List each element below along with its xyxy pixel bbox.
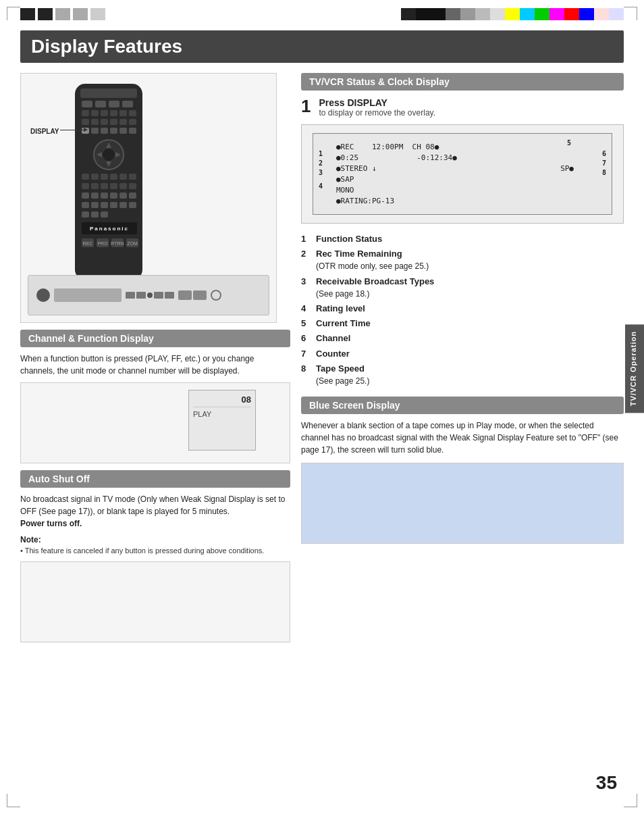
- feature-item-3: 3 Receivable Broadcast Types (See page 1…: [301, 276, 624, 300]
- svg-rect-30: [82, 174, 89, 180]
- feature-item-7: 7 Counter: [301, 348, 624, 360]
- status-line-4-text: ●RATING:PG-13: [336, 197, 394, 205]
- svg-rect-19: [91, 128, 99, 134]
- svg-rect-23: [129, 128, 136, 134]
- svg-rect-14: [101, 119, 108, 125]
- svg-rect-8: [101, 110, 108, 116]
- channel-number: 08: [193, 395, 251, 407]
- callout-7: 7: [602, 159, 606, 167]
- channel-section-text: When a function button is pressed (PLAY,…: [20, 353, 290, 377]
- svg-rect-20: [101, 128, 108, 134]
- svg-rect-5: [122, 101, 133, 107]
- svg-rect-38: [101, 183, 108, 189]
- status-display-container: 5 6 7 8 1 2 3 4 ●REC 12:00PM CH 08● ●0:2…: [301, 124, 624, 224]
- feature-item-8: 8 Tape Speed (See page 25.): [301, 363, 624, 387]
- svg-rect-7: [91, 110, 99, 116]
- svg-rect-55: [91, 211, 99, 218]
- svg-rect-37: [91, 183, 99, 189]
- status-line-3b: ●SAP: [336, 175, 589, 184]
- feature-2-num: 2: [301, 248, 316, 272]
- svg-rect-41: [129, 183, 136, 189]
- page-title: Display Features: [20, 30, 624, 63]
- svg-rect-6: [82, 110, 89, 116]
- channel-display-box: 08 PLAY: [20, 382, 290, 463]
- callout-4: 4: [319, 182, 323, 190]
- vcr-slot: [54, 288, 122, 302]
- svg-rect-4: [109, 101, 119, 107]
- svg-rect-2: [82, 101, 92, 107]
- vcr-panel: [28, 275, 269, 315]
- feature-8-label: Tape Speed: [316, 363, 365, 374]
- left-column: Panasonic REC PRO RTRN ZOM DISPLAY: [20, 73, 290, 642]
- svg-rect-51: [110, 202, 117, 208]
- feature-8-num: 8: [301, 363, 316, 387]
- svg-rect-12: [82, 119, 89, 125]
- corner-mark-br: [624, 794, 637, 807]
- svg-rect-13: [91, 119, 99, 125]
- blue-screen-header: Blue Screen Display: [301, 397, 624, 414]
- svg-text:PRO: PRO: [97, 241, 108, 246]
- svg-rect-46: [119, 193, 127, 199]
- svg-rect-42: [82, 193, 89, 199]
- status-line-1: ●REC 12:00PM CH 08●: [336, 143, 589, 151]
- svg-point-25: [103, 149, 115, 161]
- feature-8-content: Tape Speed (See page 25.): [316, 363, 369, 387]
- feature-7-num: 7: [301, 348, 316, 360]
- callout-3: 3: [319, 169, 323, 176]
- feature-4-num: 4: [301, 303, 316, 315]
- feature-5-num: 5: [301, 317, 316, 330]
- channel-play-text: PLAY: [193, 410, 251, 418]
- svg-rect-1: [80, 88, 137, 98]
- channel-section-header: Channel & Function Display: [20, 330, 290, 347]
- status-display-inner: 5 6 7 8 1 2 3 4 ●REC 12:00PM CH 08● ●0:2…: [313, 133, 612, 215]
- device-image: Panasonic REC PRO RTRN ZOM DISPLAY: [20, 73, 277, 323]
- feature-6-label: Channel: [316, 332, 350, 345]
- feature-4-label: Rating level: [316, 303, 365, 315]
- corner-mark-tr: [624, 7, 637, 20]
- step-1-subtitle: to display or remove the overlay.: [319, 108, 435, 118]
- svg-rect-40: [119, 183, 127, 189]
- side-tab: TV/VCR Operation: [625, 324, 644, 413]
- svg-rect-3: [95, 101, 106, 107]
- status-line-3: ●STEREO ↓ SP●: [336, 164, 589, 173]
- content-area: Panasonic REC PRO RTRN ZOM DISPLAY: [20, 73, 624, 642]
- note-label: Note:: [20, 535, 290, 544]
- svg-rect-36: [82, 183, 89, 189]
- callout-2: 2: [319, 159, 323, 167]
- svg-rect-45: [110, 193, 117, 199]
- color-bar: [401, 8, 624, 20]
- svg-rect-52: [119, 202, 127, 208]
- svg-rect-39: [110, 183, 117, 189]
- svg-rect-34: [119, 174, 127, 180]
- feature-item-4: 4 Rating level: [301, 303, 624, 315]
- black-squares: [20, 8, 105, 20]
- feature-2-label: Rec Time Remaining: [316, 249, 402, 259]
- callout-6: 6: [602, 150, 606, 157]
- corner-mark-tl: [7, 7, 20, 20]
- svg-text:ZOM: ZOM: [127, 241, 138, 246]
- feature-item-2: 2 Rec Time Remaining (OTR mode only, see…: [301, 248, 624, 272]
- svg-rect-43: [91, 193, 99, 199]
- feature-5-label: Current Time: [316, 317, 371, 330]
- svg-rect-22: [119, 128, 127, 134]
- feature-list: 1 Function Status 2 Rec Time Remaining (…: [301, 233, 624, 387]
- auto-shutoff-header: Auto Shut Off: [20, 470, 290, 488]
- svg-rect-9: [110, 110, 117, 116]
- auto-shutoff-image-box: [20, 561, 290, 642]
- callout-1: 1: [319, 150, 323, 157]
- svg-rect-21: [110, 128, 117, 134]
- svg-rect-49: [91, 202, 99, 208]
- svg-rect-11: [129, 110, 136, 116]
- svg-rect-10: [119, 110, 127, 116]
- status-line-1-text: ●REC 12:00PM CH 08●: [336, 143, 439, 151]
- feature-1-label: Function Status: [316, 233, 382, 245]
- feature-item-6: 6 Channel: [301, 332, 624, 345]
- feature-3-content: Receivable Broadcast Types (See page 18.…: [316, 276, 434, 300]
- feature-3-num: 3: [301, 276, 316, 300]
- blue-screen-text: Whenever a blank section of a tape comes…: [301, 419, 624, 456]
- svg-rect-17: [129, 119, 136, 125]
- auto-shutoff-text: No broadcast signal in TV mode (Only whe…: [20, 493, 290, 530]
- status-line-3c: MONO: [336, 186, 589, 195]
- svg-rect-48: [82, 202, 89, 208]
- feature-2-content: Rec Time Remaining (OTR mode only, see p…: [316, 248, 429, 272]
